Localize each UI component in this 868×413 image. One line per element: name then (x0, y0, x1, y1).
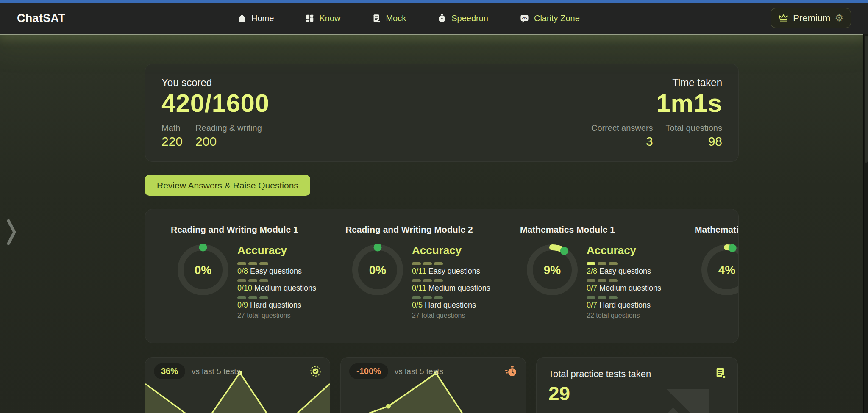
difficulty-dash (248, 262, 257, 265)
trend-badge: 36% (154, 363, 185, 379)
trend-card: -100%vs last 5 tests (340, 357, 526, 413)
nav-item-label: Know (319, 14, 340, 23)
svg-text:9%: 9% (544, 263, 561, 277)
stat-line: 2/8 Easy questions (587, 267, 684, 276)
module-title: Reading and Writing Module 2 (340, 225, 515, 235)
page-scrollbar[interactable] (863, 34, 868, 413)
sidebar-expand-chevron-icon[interactable] (5, 217, 18, 247)
nav-item-mock[interactable]: Mock (372, 14, 406, 23)
accuracy-label: Accuracy (412, 244, 509, 257)
difficulty-dash (423, 262, 432, 265)
difficulty-dash (237, 262, 246, 265)
nav-item-label: Clarity Zone (534, 14, 580, 23)
total-score: 420/1600 (161, 89, 269, 118)
nav-item-clarity-zone[interactable]: </>Clarity Zone (520, 14, 580, 23)
stat-line: 0/11 Medium questions (412, 284, 509, 293)
score-summary-card: You scored 420/1600 Math 220 Reading & w… (145, 64, 739, 162)
difficulty-dash (259, 296, 268, 299)
you-scored-label: You scored (161, 77, 269, 89)
accuracy-block: Accuracy2/8 Easy questions0/7 Medium que… (587, 244, 684, 319)
nav-glow-divider (0, 34, 863, 35)
module-card: Mathematics Module 19%Accuracy2/8 Easy q… (515, 225, 690, 319)
arrow-up-right-watermark-icon (621, 375, 719, 413)
total-questions-label: 27 total questions (412, 312, 509, 319)
modules-row: Reading and Writing Module 10%Accuracy0/… (166, 225, 738, 319)
gear-icon[interactable]: ⚙ (835, 13, 843, 23)
math-score: Math 220 (161, 123, 183, 149)
stat-line: 0/11 Easy questions (412, 267, 509, 276)
correct-answers: Correct answers 3 (591, 123, 653, 149)
module-title: Reading and Writing Module 1 (166, 225, 340, 235)
svg-text:</>: </> (522, 16, 527, 20)
difficulty-dash (587, 279, 595, 282)
difficulty-dash (598, 296, 606, 299)
accuracy-label: Accuracy (237, 244, 335, 257)
nav-item-label: Mock (386, 14, 406, 23)
difficulty-dash (248, 279, 257, 282)
scrollbar-thumb[interactable] (865, 36, 868, 163)
difficulty-dash (598, 262, 606, 265)
stat-line: 0/10 Medium questions (237, 284, 335, 293)
nav-item-speedrun[interactable]: Speedrun (437, 14, 488, 23)
trend-compare-label: vs last 5 tests (192, 367, 240, 376)
trend-card: 36%vs last 5 tests (145, 357, 330, 413)
difficulty-dash (609, 262, 618, 265)
main-content: You scored 420/1600 Math 220 Reading & w… (145, 36, 739, 413)
stat-line: 0/9 Hard questions (237, 301, 335, 310)
total-questions-label: 22 total questions (587, 312, 684, 319)
reading-writing-score: Reading & writing 200 (195, 123, 262, 149)
review-answers-button[interactable]: Review Answers & Raise Questions (145, 175, 310, 196)
home-icon (237, 14, 247, 23)
target-icon (310, 366, 321, 377)
stat-line: 0/7 Hard questions (587, 301, 684, 310)
accuracy-gauge: 0% (177, 244, 229, 296)
difficulty-dash (259, 262, 268, 265)
module-title: Mathematics Module 1 (515, 225, 690, 235)
difficulty-dash (434, 296, 443, 299)
module-card: Reading and Writing Module 10%Accuracy0/… (166, 225, 340, 319)
nav-item-label: Home (251, 14, 274, 23)
module-title: Mathematics Module 2 (690, 225, 739, 235)
total-tests-card: Total practice tests taken29 (536, 357, 738, 413)
difficulty-dash (434, 279, 443, 282)
accuracy-gauge: 0% (352, 244, 403, 296)
nav-item-home[interactable]: Home (237, 14, 274, 23)
accuracy-label: Accuracy (587, 244, 684, 257)
time-taken-value: 1m1s (657, 89, 722, 118)
difficulty-dash (237, 296, 246, 299)
total-questions: Total questions 98 (666, 123, 722, 149)
svg-text:4%: 4% (718, 263, 736, 277)
trend-compare-label: vs last 5 tests (395, 367, 443, 376)
test-list-icon (715, 367, 726, 380)
difficulty-dash (587, 296, 595, 299)
speedrun-icon (437, 14, 447, 23)
difficulty-dash (237, 279, 246, 282)
stat-line: 0/7 Medium questions (587, 284, 684, 293)
nav-items: HomeKnowMockSpeedrun</>Clarity Zone (237, 3, 580, 34)
difficulty-dash (587, 262, 595, 265)
difficulty-dash (609, 296, 618, 299)
premium-button[interactable]: Premium ⚙ (771, 8, 851, 28)
difficulty-dash (248, 296, 257, 299)
stat-line: 0/8 Easy questions (237, 267, 335, 276)
accuracy-gauge: 4% (701, 244, 739, 296)
mock-icon (372, 14, 381, 23)
top-nav: ChatSAT HomeKnowMockSpeedrun</>Clarity Z… (0, 3, 868, 34)
know-icon (305, 14, 314, 23)
difficulty-dash (609, 279, 618, 282)
crown-icon (778, 13, 789, 23)
difficulty-dash (412, 279, 421, 282)
time-taken-label: Time taken (657, 77, 722, 89)
svg-text:0%: 0% (369, 263, 387, 277)
trend-badge: -100% (349, 363, 388, 379)
clarity-icon: </> (520, 14, 529, 23)
difficulty-dash (412, 296, 421, 299)
stopwatch-icon (505, 366, 517, 377)
browser-loading-bar (0, 0, 868, 3)
difficulty-dash (598, 279, 606, 282)
difficulty-dash (412, 262, 421, 265)
accuracy-block: Accuracy0/8 Easy questions0/10 Medium qu… (237, 244, 335, 319)
nav-item-know[interactable]: Know (305, 14, 340, 23)
difficulty-dash (423, 279, 432, 282)
accuracy-block: Accuracy0/11 Easy questions0/11 Medium q… (412, 244, 509, 319)
